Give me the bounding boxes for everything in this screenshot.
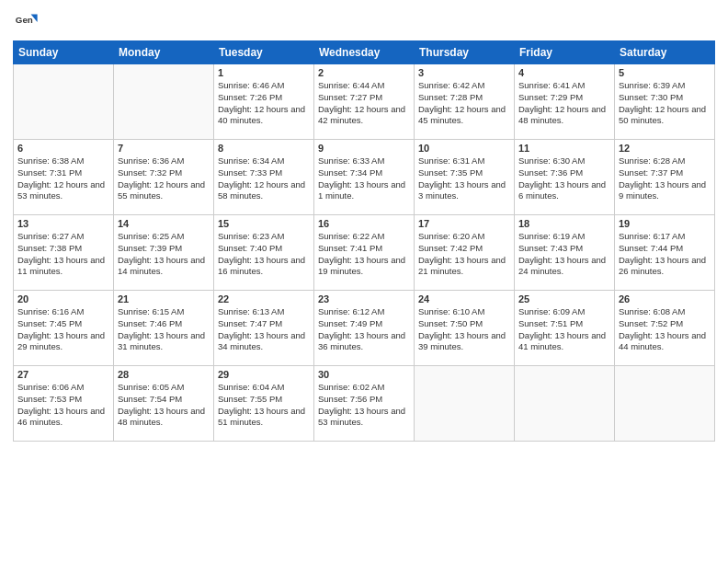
calendar-cell: 25Sunrise: 6:09 AM Sunset: 7:51 PM Dayli… xyxy=(515,291,615,366)
calendar-cell: 12Sunrise: 6:28 AM Sunset: 7:37 PM Dayli… xyxy=(615,140,715,215)
calendar-cell xyxy=(515,366,615,442)
week-row-1: 1Sunrise: 6:46 AM Sunset: 7:26 PM Daylig… xyxy=(14,64,715,140)
day-info: Sunrise: 6:30 AM Sunset: 7:36 PM Dayligh… xyxy=(518,155,610,202)
day-number: 11 xyxy=(518,143,610,154)
day-number: 8 xyxy=(218,143,310,154)
day-info: Sunrise: 6:38 AM Sunset: 7:31 PM Dayligh… xyxy=(17,155,109,202)
page: Gen SundayMondayTuesdayWednesdayThursday… xyxy=(0,0,728,563)
calendar-cell: 17Sunrise: 6:20 AM Sunset: 7:42 PM Dayli… xyxy=(415,215,515,291)
calendar-cell: 4Sunrise: 6:41 AM Sunset: 7:29 PM Daylig… xyxy=(515,64,615,140)
day-number: 5 xyxy=(619,67,711,78)
day-number: 9 xyxy=(318,143,410,154)
calendar-cell: 30Sunrise: 6:02 AM Sunset: 7:56 PM Dayli… xyxy=(314,366,415,442)
week-row-4: 20Sunrise: 6:16 AM Sunset: 7:45 PM Dayli… xyxy=(14,291,715,366)
calendar-cell: 14Sunrise: 6:25 AM Sunset: 7:39 PM Dayli… xyxy=(114,215,214,291)
day-info: Sunrise: 6:31 AM Sunset: 7:35 PM Dayligh… xyxy=(418,155,510,202)
week-row-2: 6Sunrise: 6:38 AM Sunset: 7:31 PM Daylig… xyxy=(14,140,715,215)
day-info: Sunrise: 6:41 AM Sunset: 7:29 PM Dayligh… xyxy=(518,80,610,127)
day-info: Sunrise: 6:44 AM Sunset: 7:27 PM Dayligh… xyxy=(318,80,410,127)
day-info: Sunrise: 6:16 AM Sunset: 7:45 PM Dayligh… xyxy=(17,306,109,353)
day-number: 18 xyxy=(518,218,610,229)
day-info: Sunrise: 6:09 AM Sunset: 7:51 PM Dayligh… xyxy=(518,306,610,353)
day-number: 19 xyxy=(619,218,711,229)
day-number: 27 xyxy=(17,369,109,380)
day-info: Sunrise: 6:05 AM Sunset: 7:54 PM Dayligh… xyxy=(118,382,210,429)
calendar-table: SundayMondayTuesdayWednesdayThursdayFrid… xyxy=(13,40,715,442)
calendar-cell: 7Sunrise: 6:36 AM Sunset: 7:32 PM Daylig… xyxy=(114,140,214,215)
day-number: 20 xyxy=(17,293,109,304)
day-info: Sunrise: 6:12 AM Sunset: 7:49 PM Dayligh… xyxy=(318,306,410,353)
calendar-cell xyxy=(615,366,715,442)
day-number: 12 xyxy=(619,143,711,154)
calendar-cell: 15Sunrise: 6:23 AM Sunset: 7:40 PM Dayli… xyxy=(214,215,314,291)
day-info: Sunrise: 6:04 AM Sunset: 7:55 PM Dayligh… xyxy=(218,382,310,429)
calendar-cell: 22Sunrise: 6:13 AM Sunset: 7:47 PM Dayli… xyxy=(214,291,314,366)
weekday-header-tuesday: Tuesday xyxy=(214,41,314,64)
day-number: 1 xyxy=(218,67,310,78)
calendar-cell: 3Sunrise: 6:42 AM Sunset: 7:28 PM Daylig… xyxy=(415,64,515,140)
calendar-cell xyxy=(14,64,114,140)
calendar-cell: 13Sunrise: 6:27 AM Sunset: 7:38 PM Dayli… xyxy=(14,215,114,291)
day-info: Sunrise: 6:34 AM Sunset: 7:33 PM Dayligh… xyxy=(218,155,310,202)
logo: Gen xyxy=(13,9,42,35)
day-info: Sunrise: 6:25 AM Sunset: 7:39 PM Dayligh… xyxy=(118,231,210,278)
day-info: Sunrise: 6:15 AM Sunset: 7:46 PM Dayligh… xyxy=(118,306,210,353)
calendar-cell: 10Sunrise: 6:31 AM Sunset: 7:35 PM Dayli… xyxy=(415,140,515,215)
calendar-cell: 27Sunrise: 6:06 AM Sunset: 7:53 PM Dayli… xyxy=(14,366,114,442)
day-info: Sunrise: 6:19 AM Sunset: 7:43 PM Dayligh… xyxy=(518,231,610,278)
calendar-cell: 26Sunrise: 6:08 AM Sunset: 7:52 PM Dayli… xyxy=(615,291,715,366)
day-info: Sunrise: 6:17 AM Sunset: 7:44 PM Dayligh… xyxy=(619,231,711,278)
day-info: Sunrise: 6:20 AM Sunset: 7:42 PM Dayligh… xyxy=(418,231,510,278)
day-info: Sunrise: 6:42 AM Sunset: 7:28 PM Dayligh… xyxy=(418,80,510,127)
day-info: Sunrise: 6:39 AM Sunset: 7:30 PM Dayligh… xyxy=(619,80,711,127)
day-number: 29 xyxy=(218,369,310,380)
day-number: 26 xyxy=(619,293,711,304)
day-number: 6 xyxy=(17,143,109,154)
day-info: Sunrise: 6:27 AM Sunset: 7:38 PM Dayligh… xyxy=(17,231,109,278)
calendar-cell: 9Sunrise: 6:33 AM Sunset: 7:34 PM Daylig… xyxy=(314,140,415,215)
day-number: 3 xyxy=(418,67,510,78)
day-info: Sunrise: 6:28 AM Sunset: 7:37 PM Dayligh… xyxy=(619,155,711,202)
header: Gen xyxy=(13,9,715,35)
weekday-header-friday: Friday xyxy=(515,41,615,64)
day-info: Sunrise: 6:06 AM Sunset: 7:53 PM Dayligh… xyxy=(17,382,109,429)
calendar-cell: 2Sunrise: 6:44 AM Sunset: 7:27 PM Daylig… xyxy=(314,64,415,140)
day-info: Sunrise: 6:23 AM Sunset: 7:40 PM Dayligh… xyxy=(218,231,310,278)
day-number: 2 xyxy=(318,67,410,78)
weekday-header-wednesday: Wednesday xyxy=(314,41,415,64)
day-info: Sunrise: 6:10 AM Sunset: 7:50 PM Dayligh… xyxy=(418,306,510,353)
day-number: 28 xyxy=(118,369,210,380)
calendar-cell: 16Sunrise: 6:22 AM Sunset: 7:41 PM Dayli… xyxy=(314,215,415,291)
calendar-cell: 5Sunrise: 6:39 AM Sunset: 7:30 PM Daylig… xyxy=(615,64,715,140)
day-info: Sunrise: 6:22 AM Sunset: 7:41 PM Dayligh… xyxy=(318,231,410,278)
day-info: Sunrise: 6:08 AM Sunset: 7:52 PM Dayligh… xyxy=(619,306,711,353)
calendar-cell: 23Sunrise: 6:12 AM Sunset: 7:49 PM Dayli… xyxy=(314,291,415,366)
day-info: Sunrise: 6:36 AM Sunset: 7:32 PM Dayligh… xyxy=(118,155,210,202)
week-row-3: 13Sunrise: 6:27 AM Sunset: 7:38 PM Dayli… xyxy=(14,215,715,291)
day-number: 15 xyxy=(218,218,310,229)
calendar-cell: 11Sunrise: 6:30 AM Sunset: 7:36 PM Dayli… xyxy=(515,140,615,215)
day-info: Sunrise: 6:02 AM Sunset: 7:56 PM Dayligh… xyxy=(318,382,410,429)
day-number: 23 xyxy=(318,293,410,304)
day-number: 17 xyxy=(418,218,510,229)
day-number: 24 xyxy=(418,293,510,304)
weekday-header-sunday: Sunday xyxy=(14,41,114,64)
calendar-cell: 19Sunrise: 6:17 AM Sunset: 7:44 PM Dayli… xyxy=(615,215,715,291)
calendar-cell: 21Sunrise: 6:15 AM Sunset: 7:46 PM Dayli… xyxy=(114,291,214,366)
weekday-header-monday: Monday xyxy=(114,41,214,64)
calendar-cell xyxy=(114,64,214,140)
weekday-header-saturday: Saturday xyxy=(615,41,715,64)
weekday-header-row: SundayMondayTuesdayWednesdayThursdayFrid… xyxy=(14,41,715,64)
day-number: 25 xyxy=(518,293,610,304)
calendar-cell: 29Sunrise: 6:04 AM Sunset: 7:55 PM Dayli… xyxy=(214,366,314,442)
calendar-cell: 24Sunrise: 6:10 AM Sunset: 7:50 PM Dayli… xyxy=(415,291,515,366)
calendar-cell: 6Sunrise: 6:38 AM Sunset: 7:31 PM Daylig… xyxy=(14,140,114,215)
day-number: 21 xyxy=(118,293,210,304)
day-info: Sunrise: 6:33 AM Sunset: 7:34 PM Dayligh… xyxy=(318,155,410,202)
calendar-cell xyxy=(415,366,515,442)
day-number: 7 xyxy=(118,143,210,154)
svg-text:Gen: Gen xyxy=(16,15,33,25)
calendar-cell: 20Sunrise: 6:16 AM Sunset: 7:45 PM Dayli… xyxy=(14,291,114,366)
calendar-cell: 18Sunrise: 6:19 AM Sunset: 7:43 PM Dayli… xyxy=(515,215,615,291)
calendar-cell: 28Sunrise: 6:05 AM Sunset: 7:54 PM Dayli… xyxy=(114,366,214,442)
